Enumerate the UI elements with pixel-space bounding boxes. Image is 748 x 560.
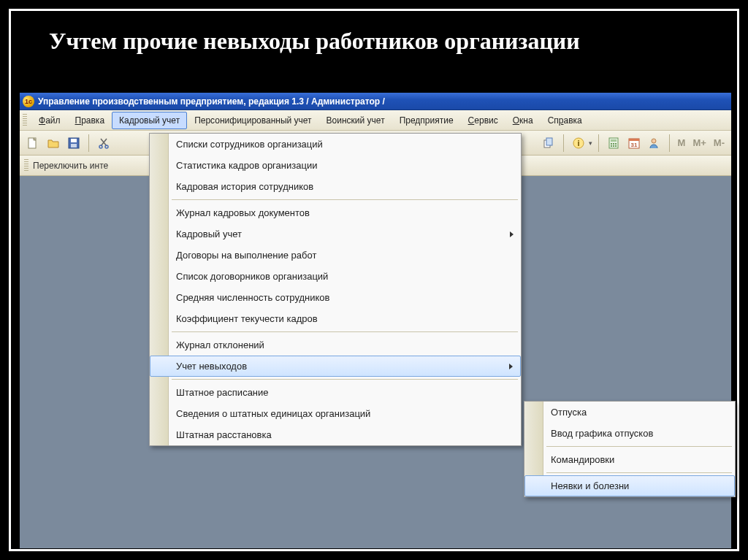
dropdown-absences-submenu: Отпуска Ввод графика отпусков Командиров… xyxy=(524,401,736,497)
menubar-grip-icon xyxy=(23,114,27,127)
menu-hr[interactable]: Кадровый учет xyxy=(112,112,187,129)
toolbar-grip-icon xyxy=(24,159,28,172)
titlebar: 1c Управление производственным предприят… xyxy=(20,93,731,110)
dd-item-employee-lists[interactable]: Списки сотрудников организаций xyxy=(150,134,521,155)
dd-item-hr-statistics[interactable]: Статистика кадров организации xyxy=(150,155,521,176)
switch-interface-button[interactable]: Переключить инте xyxy=(33,161,108,171)
dd-item-staffing-info[interactable]: Сведения о штатных единицах организаций xyxy=(150,403,521,424)
toolbar-separator xyxy=(88,134,89,152)
dd-item-hr-journal[interactable]: Журнал кадровых документов xyxy=(150,202,521,223)
dropdown-separator xyxy=(172,199,518,200)
svg-rect-16 xyxy=(613,145,614,147)
slide-body: Учтем прочие невыходы работников организ… xyxy=(20,20,728,540)
dd-item-turnover-rate[interactable]: Коэффициент текучести кадров xyxy=(150,308,521,329)
dd-item-label: Учет невыходов xyxy=(176,361,247,372)
svg-point-21 xyxy=(652,139,656,143)
dd-item-label: Кадровый учет xyxy=(176,229,242,239)
svg-rect-11 xyxy=(611,139,617,142)
menu-edit[interactable]: Правка xyxy=(68,112,112,129)
svg-rect-17 xyxy=(615,145,617,147)
submenu-arrow-icon xyxy=(510,231,514,237)
user-icon[interactable] xyxy=(646,134,663,152)
calculator-icon[interactable] xyxy=(605,134,622,152)
menu-pers[interactable]: Персонифицированный учет xyxy=(187,112,318,129)
window-title: Управление производственным предприятием… xyxy=(38,96,385,107)
dd-item-contractors-list[interactable]: Список договорников организаций xyxy=(150,266,521,287)
cut-icon[interactable] xyxy=(95,134,112,152)
dd-sub-vacation-schedule[interactable]: Ввод графика отпусков xyxy=(524,423,735,444)
memory-mminus-button[interactable]: M- xyxy=(711,137,727,148)
menu-file[interactable]: Файл xyxy=(31,112,68,129)
memory-mplus-button[interactable]: M+ xyxy=(690,137,708,148)
new-document-icon[interactable] xyxy=(24,134,42,152)
dd-item-contracts[interactable]: Договоры на выполнение работ xyxy=(150,245,521,266)
svg-point-5 xyxy=(105,145,108,148)
svg-point-4 xyxy=(99,145,102,148)
menu-mil[interactable]: Воинский учет xyxy=(319,112,392,129)
submenu-arrow-icon xyxy=(509,364,513,369)
svg-text:i: i xyxy=(577,139,579,147)
dd-item-absences[interactable]: Учет невыходов xyxy=(150,356,521,377)
dd-item-hr-history[interactable]: Кадровая история сотрудников xyxy=(150,176,521,197)
svg-rect-7 xyxy=(546,138,552,145)
dd-sub-business-trips[interactable]: Командировки xyxy=(524,449,735,470)
dd-sub-noshows-illness[interactable]: Неявки и болезни xyxy=(524,475,735,496)
svg-rect-3 xyxy=(71,144,77,147)
svg-rect-12 xyxy=(611,143,612,145)
info-icon[interactable]: i xyxy=(570,134,587,152)
app-logo-icon: 1c xyxy=(23,96,34,107)
dd-item-avg-headcount[interactable]: Средняя численность сотрудников xyxy=(150,287,521,308)
slide-title: Учтем прочие невыходы работников организ… xyxy=(20,20,728,63)
toolbar-separator xyxy=(598,134,599,152)
dd-item-staffing-schedule[interactable]: Штатное расписание xyxy=(150,382,521,403)
menu-win[interactable]: Окна xyxy=(505,112,541,129)
dropdown-arrow-icon[interactable]: ▾ xyxy=(589,139,592,147)
svg-rect-2 xyxy=(71,139,77,142)
save-icon[interactable] xyxy=(65,134,83,152)
dd-item-deviation-journal[interactable]: Журнал отклонений xyxy=(150,334,521,356)
dropdown-separator xyxy=(172,331,518,332)
dropdown-separator xyxy=(546,472,732,473)
open-folder-icon[interactable] xyxy=(45,134,62,152)
dropdown-separator xyxy=(172,379,518,380)
dropdown-hr-menu: Списки сотрудников организаций Статистик… xyxy=(149,133,522,446)
menu-help[interactable]: Справка xyxy=(541,112,589,129)
calendar-icon[interactable]: 31 xyxy=(625,134,643,152)
copy-icon[interactable] xyxy=(540,134,557,152)
svg-text:31: 31 xyxy=(630,142,637,148)
svg-rect-19 xyxy=(629,139,639,141)
dd-sub-vacations[interactable]: Отпуска xyxy=(524,402,735,423)
toolbar-separator xyxy=(563,134,564,152)
menu-svc[interactable]: Сервис xyxy=(461,112,505,129)
dd-item-staffing-arrangement[interactable]: Штатная расстановка xyxy=(150,424,521,445)
menubar: Файл Правка Кадровый учет Персонифициров… xyxy=(20,110,731,131)
menu-ent[interactable]: Предприятие xyxy=(392,112,461,129)
toolbar-separator xyxy=(669,134,670,152)
svg-rect-13 xyxy=(613,143,614,145)
dropdown-separator xyxy=(546,446,732,447)
memory-m-button[interactable]: M xyxy=(676,137,688,148)
dd-item-hr-records[interactable]: Кадровый учет xyxy=(150,223,521,245)
slide-frame: Учтем прочие невыходы работников организ… xyxy=(0,0,748,560)
svg-rect-15 xyxy=(611,145,612,147)
svg-rect-14 xyxy=(615,143,617,145)
